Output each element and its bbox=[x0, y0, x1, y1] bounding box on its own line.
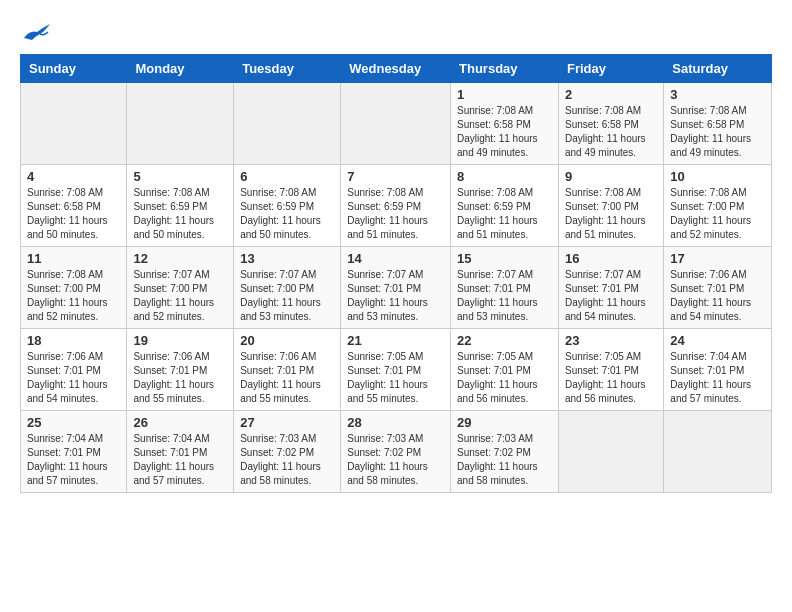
day-number: 8 bbox=[457, 169, 552, 184]
day-info: Sunrise: 7:04 AM Sunset: 7:01 PM Dayligh… bbox=[133, 432, 227, 488]
calendar-table: SundayMondayTuesdayWednesdayThursdayFrid… bbox=[20, 54, 772, 493]
calendar-cell: 27Sunrise: 7:03 AM Sunset: 7:02 PM Dayli… bbox=[234, 411, 341, 493]
day-number: 14 bbox=[347, 251, 444, 266]
calendar-header-saturday: Saturday bbox=[664, 55, 772, 83]
day-number: 2 bbox=[565, 87, 657, 102]
day-info: Sunrise: 7:08 AM Sunset: 7:00 PM Dayligh… bbox=[670, 186, 765, 242]
calendar-cell: 4Sunrise: 7:08 AM Sunset: 6:58 PM Daylig… bbox=[21, 165, 127, 247]
logo-bird-icon bbox=[22, 20, 52, 44]
calendar-cell: 2Sunrise: 7:08 AM Sunset: 6:58 PM Daylig… bbox=[558, 83, 663, 165]
day-number: 23 bbox=[565, 333, 657, 348]
calendar-cell: 7Sunrise: 7:08 AM Sunset: 6:59 PM Daylig… bbox=[341, 165, 451, 247]
day-number: 16 bbox=[565, 251, 657, 266]
calendar-cell: 18Sunrise: 7:06 AM Sunset: 7:01 PM Dayli… bbox=[21, 329, 127, 411]
calendar-cell: 11Sunrise: 7:08 AM Sunset: 7:00 PM Dayli… bbox=[21, 247, 127, 329]
day-info: Sunrise: 7:08 AM Sunset: 6:58 PM Dayligh… bbox=[27, 186, 120, 242]
calendar-cell: 29Sunrise: 7:03 AM Sunset: 7:02 PM Dayli… bbox=[451, 411, 559, 493]
calendar-week-4: 18Sunrise: 7:06 AM Sunset: 7:01 PM Dayli… bbox=[21, 329, 772, 411]
day-number: 15 bbox=[457, 251, 552, 266]
day-info: Sunrise: 7:08 AM Sunset: 7:00 PM Dayligh… bbox=[565, 186, 657, 242]
day-number: 25 bbox=[27, 415, 120, 430]
day-info: Sunrise: 7:06 AM Sunset: 7:01 PM Dayligh… bbox=[27, 350, 120, 406]
day-number: 20 bbox=[240, 333, 334, 348]
calendar-cell: 16Sunrise: 7:07 AM Sunset: 7:01 PM Dayli… bbox=[558, 247, 663, 329]
day-info: Sunrise: 7:08 AM Sunset: 6:58 PM Dayligh… bbox=[670, 104, 765, 160]
calendar-cell bbox=[341, 83, 451, 165]
calendar-cell: 3Sunrise: 7:08 AM Sunset: 6:58 PM Daylig… bbox=[664, 83, 772, 165]
day-number: 24 bbox=[670, 333, 765, 348]
calendar-header-wednesday: Wednesday bbox=[341, 55, 451, 83]
day-number: 19 bbox=[133, 333, 227, 348]
calendar-cell: 26Sunrise: 7:04 AM Sunset: 7:01 PM Dayli… bbox=[127, 411, 234, 493]
calendar-cell: 14Sunrise: 7:07 AM Sunset: 7:01 PM Dayli… bbox=[341, 247, 451, 329]
calendar-cell bbox=[664, 411, 772, 493]
day-number: 13 bbox=[240, 251, 334, 266]
calendar-cell: 13Sunrise: 7:07 AM Sunset: 7:00 PM Dayli… bbox=[234, 247, 341, 329]
calendar-cell: 17Sunrise: 7:06 AM Sunset: 7:01 PM Dayli… bbox=[664, 247, 772, 329]
day-info: Sunrise: 7:05 AM Sunset: 7:01 PM Dayligh… bbox=[347, 350, 444, 406]
calendar-header-thursday: Thursday bbox=[451, 55, 559, 83]
day-info: Sunrise: 7:06 AM Sunset: 7:01 PM Dayligh… bbox=[670, 268, 765, 324]
day-info: Sunrise: 7:03 AM Sunset: 7:02 PM Dayligh… bbox=[457, 432, 552, 488]
calendar-week-3: 11Sunrise: 7:08 AM Sunset: 7:00 PM Dayli… bbox=[21, 247, 772, 329]
calendar-cell bbox=[127, 83, 234, 165]
day-number: 22 bbox=[457, 333, 552, 348]
day-number: 9 bbox=[565, 169, 657, 184]
day-info: Sunrise: 7:08 AM Sunset: 6:59 PM Dayligh… bbox=[133, 186, 227, 242]
day-number: 18 bbox=[27, 333, 120, 348]
day-info: Sunrise: 7:07 AM Sunset: 7:01 PM Dayligh… bbox=[565, 268, 657, 324]
calendar-cell: 5Sunrise: 7:08 AM Sunset: 6:59 PM Daylig… bbox=[127, 165, 234, 247]
calendar-cell: 15Sunrise: 7:07 AM Sunset: 7:01 PM Dayli… bbox=[451, 247, 559, 329]
page-header bbox=[20, 20, 772, 44]
calendar-cell: 10Sunrise: 7:08 AM Sunset: 7:00 PM Dayli… bbox=[664, 165, 772, 247]
calendar-cell: 22Sunrise: 7:05 AM Sunset: 7:01 PM Dayli… bbox=[451, 329, 559, 411]
day-number: 11 bbox=[27, 251, 120, 266]
day-info: Sunrise: 7:03 AM Sunset: 7:02 PM Dayligh… bbox=[240, 432, 334, 488]
day-info: Sunrise: 7:04 AM Sunset: 7:01 PM Dayligh… bbox=[27, 432, 120, 488]
day-number: 6 bbox=[240, 169, 334, 184]
day-number: 17 bbox=[670, 251, 765, 266]
calendar-header-tuesday: Tuesday bbox=[234, 55, 341, 83]
calendar-header-sunday: Sunday bbox=[21, 55, 127, 83]
day-info: Sunrise: 7:08 AM Sunset: 6:59 PM Dayligh… bbox=[347, 186, 444, 242]
day-number: 5 bbox=[133, 169, 227, 184]
day-number: 28 bbox=[347, 415, 444, 430]
day-number: 7 bbox=[347, 169, 444, 184]
calendar-header-row: SundayMondayTuesdayWednesdayThursdayFrid… bbox=[21, 55, 772, 83]
day-info: Sunrise: 7:07 AM Sunset: 7:00 PM Dayligh… bbox=[240, 268, 334, 324]
day-info: Sunrise: 7:08 AM Sunset: 6:58 PM Dayligh… bbox=[565, 104, 657, 160]
calendar-cell: 23Sunrise: 7:05 AM Sunset: 7:01 PM Dayli… bbox=[558, 329, 663, 411]
day-info: Sunrise: 7:07 AM Sunset: 7:01 PM Dayligh… bbox=[347, 268, 444, 324]
day-number: 4 bbox=[27, 169, 120, 184]
day-info: Sunrise: 7:05 AM Sunset: 7:01 PM Dayligh… bbox=[457, 350, 552, 406]
calendar-cell: 25Sunrise: 7:04 AM Sunset: 7:01 PM Dayli… bbox=[21, 411, 127, 493]
day-info: Sunrise: 7:06 AM Sunset: 7:01 PM Dayligh… bbox=[240, 350, 334, 406]
day-info: Sunrise: 7:08 AM Sunset: 6:59 PM Dayligh… bbox=[240, 186, 334, 242]
day-number: 3 bbox=[670, 87, 765, 102]
day-number: 29 bbox=[457, 415, 552, 430]
calendar-cell: 20Sunrise: 7:06 AM Sunset: 7:01 PM Dayli… bbox=[234, 329, 341, 411]
calendar-cell: 24Sunrise: 7:04 AM Sunset: 7:01 PM Dayli… bbox=[664, 329, 772, 411]
calendar-week-2: 4Sunrise: 7:08 AM Sunset: 6:58 PM Daylig… bbox=[21, 165, 772, 247]
day-info: Sunrise: 7:08 AM Sunset: 7:00 PM Dayligh… bbox=[27, 268, 120, 324]
calendar-cell: 12Sunrise: 7:07 AM Sunset: 7:00 PM Dayli… bbox=[127, 247, 234, 329]
day-number: 1 bbox=[457, 87, 552, 102]
day-info: Sunrise: 7:08 AM Sunset: 6:58 PM Dayligh… bbox=[457, 104, 552, 160]
calendar-week-5: 25Sunrise: 7:04 AM Sunset: 7:01 PM Dayli… bbox=[21, 411, 772, 493]
day-info: Sunrise: 7:04 AM Sunset: 7:01 PM Dayligh… bbox=[670, 350, 765, 406]
day-info: Sunrise: 7:03 AM Sunset: 7:02 PM Dayligh… bbox=[347, 432, 444, 488]
calendar-cell bbox=[21, 83, 127, 165]
calendar-cell: 9Sunrise: 7:08 AM Sunset: 7:00 PM Daylig… bbox=[558, 165, 663, 247]
day-info: Sunrise: 7:07 AM Sunset: 7:01 PM Dayligh… bbox=[457, 268, 552, 324]
calendar-cell: 1Sunrise: 7:08 AM Sunset: 6:58 PM Daylig… bbox=[451, 83, 559, 165]
day-info: Sunrise: 7:08 AM Sunset: 6:59 PM Dayligh… bbox=[457, 186, 552, 242]
day-number: 27 bbox=[240, 415, 334, 430]
calendar-cell: 28Sunrise: 7:03 AM Sunset: 7:02 PM Dayli… bbox=[341, 411, 451, 493]
day-number: 12 bbox=[133, 251, 227, 266]
day-number: 10 bbox=[670, 169, 765, 184]
day-info: Sunrise: 7:05 AM Sunset: 7:01 PM Dayligh… bbox=[565, 350, 657, 406]
logo bbox=[20, 20, 52, 44]
calendar-header-monday: Monday bbox=[127, 55, 234, 83]
calendar-cell: 8Sunrise: 7:08 AM Sunset: 6:59 PM Daylig… bbox=[451, 165, 559, 247]
calendar-header-friday: Friday bbox=[558, 55, 663, 83]
